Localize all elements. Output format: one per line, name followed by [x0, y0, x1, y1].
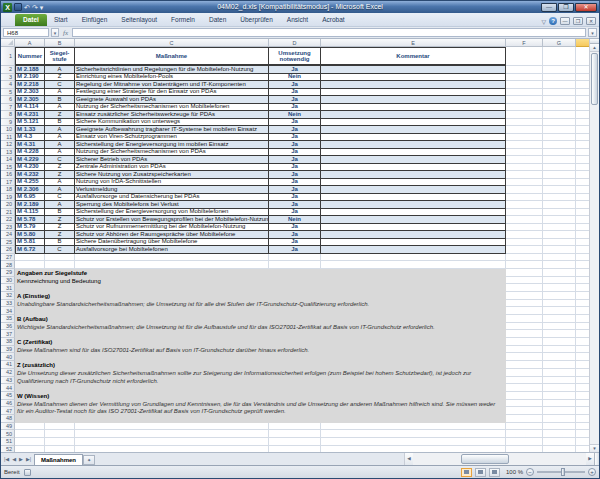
row-header-35[interactable]: 35 — [1, 315, 15, 323]
cell[interactable] — [321, 104, 506, 112]
header-cell[interactable]: Siegel- stufe — [45, 47, 75, 66]
row-header-8[interactable]: 8 — [1, 111, 15, 119]
cell[interactable] — [506, 164, 543, 172]
cell[interactable]: Z — [45, 111, 75, 119]
cell[interactable]: M 2.189 — [15, 201, 45, 209]
excel-logo-icon[interactable]: X — [3, 3, 12, 12]
sheet-nav-next-icon[interactable]: ▶ — [18, 456, 24, 462]
cell[interactable] — [45, 261, 75, 269]
formula-expand-icon[interactable]: ▾ — [588, 28, 597, 37]
cell[interactable] — [506, 392, 543, 400]
cell[interactable]: M 1.33 — [15, 126, 45, 134]
cell[interactable] — [269, 438, 321, 446]
cell[interactable] — [543, 141, 576, 149]
cell[interactable]: Ja — [269, 246, 321, 254]
qat-dropdown-icon[interactable]: ▾ — [40, 3, 44, 12]
tab-start[interactable]: Start — [47, 14, 75, 26]
cell[interactable]: M 5.78 — [15, 216, 45, 224]
cell[interactable]: Ja — [269, 96, 321, 104]
cell[interactable] — [543, 384, 576, 392]
cell[interactable] — [15, 430, 45, 438]
cell[interactable]: M 2.303 — [15, 89, 45, 97]
zoom-out-icon[interactable]: − — [526, 468, 534, 476]
sheet-nav-last-icon[interactable]: ▶| — [25, 456, 32, 462]
row-header-9[interactable]: 9 — [1, 119, 15, 127]
row-header-46[interactable]: 46 — [1, 400, 15, 408]
sheet-nav-first-icon[interactable]: |◀ — [3, 456, 10, 462]
row-header-29[interactable]: 29 — [1, 269, 15, 277]
cell[interactable] — [506, 400, 543, 408]
cell[interactable]: M 2.305 — [15, 96, 45, 104]
cell[interactable]: Geeignete Auswahl von PDAs — [75, 96, 269, 104]
macro-record-icon[interactable] — [24, 469, 31, 476]
cell[interactable]: Ja — [269, 224, 321, 232]
cell[interactable]: B — [45, 96, 75, 104]
tab-split-handle[interactable] — [594, 453, 599, 465]
row-header-50[interactable]: 50 — [1, 430, 15, 438]
header-cell[interactable]: Kommentar — [321, 47, 506, 66]
cell[interactable] — [543, 330, 576, 338]
row-header-48[interactable]: 48 — [1, 415, 15, 423]
cell[interactable] — [543, 74, 576, 82]
cell[interactable] — [321, 164, 506, 172]
cell[interactable] — [321, 111, 506, 119]
row-header-3[interactable]: 3 — [1, 74, 15, 82]
cell[interactable] — [543, 407, 576, 415]
row-header-32[interactable]: 32 — [1, 292, 15, 300]
cell[interactable] — [543, 300, 576, 308]
cell[interactable] — [506, 407, 543, 415]
row-header-42[interactable]: 42 — [1, 369, 15, 377]
select-all-corner[interactable] — [1, 39, 15, 47]
cell[interactable] — [506, 104, 543, 112]
row-header-40[interactable]: 40 — [1, 353, 15, 361]
cell[interactable] — [506, 96, 543, 104]
help-icon[interactable]: ? — [549, 17, 557, 25]
column-header-a[interactable]: A — [15, 39, 45, 47]
cell[interactable]: M 5.80 — [15, 231, 45, 239]
cell[interactable]: M 5.121 — [15, 119, 45, 127]
cell[interactable] — [543, 261, 576, 269]
tab-formeln[interactable]: Formeln — [164, 14, 202, 26]
cell[interactable]: Regelung der Mitnahme von Datenträgern u… — [75, 81, 269, 89]
tab-seitenlayout[interactable]: Seitenlayout — [114, 14, 164, 26]
cell[interactable] — [543, 277, 576, 285]
cell[interactable]: Sicherer Betrieb von PDAs — [75, 156, 269, 164]
cell[interactable]: M 4.114 — [15, 104, 45, 112]
cell[interactable] — [506, 430, 543, 438]
cell[interactable] — [543, 323, 576, 331]
cell[interactable]: B — [45, 239, 75, 247]
cell[interactable]: Ja — [269, 126, 321, 134]
cell[interactable] — [506, 209, 543, 217]
cell[interactable]: Einsatz zusätzlicher Sicherheitswerkzeug… — [75, 111, 269, 119]
cell[interactable] — [321, 171, 506, 179]
cell[interactable] — [506, 239, 543, 247]
row-header-14[interactable]: 14 — [1, 156, 15, 164]
cell[interactable] — [543, 430, 576, 438]
cell[interactable]: Ja — [269, 186, 321, 194]
cell[interactable] — [506, 315, 543, 323]
scroll-down-icon[interactable]: ▼ — [590, 444, 599, 452]
cell[interactable] — [15, 438, 45, 446]
cell[interactable] — [269, 261, 321, 269]
fx-icon[interactable]: fx — [61, 29, 70, 37]
cell[interactable] — [506, 134, 543, 142]
row-header-38[interactable]: 38 — [1, 338, 15, 346]
cell[interactable] — [543, 338, 576, 346]
cell[interactable]: Z — [45, 231, 75, 239]
column-header-d[interactable]: D — [269, 39, 321, 47]
cell[interactable] — [543, 171, 576, 179]
column-header-b[interactable]: B — [45, 39, 75, 47]
cell[interactable]: Nein — [269, 74, 321, 82]
cell[interactable] — [321, 126, 506, 134]
cell[interactable]: Ja — [269, 156, 321, 164]
row-header-5[interactable]: 5 — [1, 89, 15, 97]
cell[interactable]: M 4.228 — [15, 149, 45, 157]
cell[interactable] — [543, 156, 576, 164]
row-header-13[interactable]: 13 — [1, 149, 15, 157]
cell[interactable]: C — [45, 156, 75, 164]
cell[interactable] — [543, 66, 576, 74]
column-header-f[interactable]: F — [506, 39, 543, 47]
cell[interactable] — [506, 149, 543, 157]
cell[interactable]: A — [45, 149, 75, 157]
cell[interactable] — [45, 423, 75, 431]
